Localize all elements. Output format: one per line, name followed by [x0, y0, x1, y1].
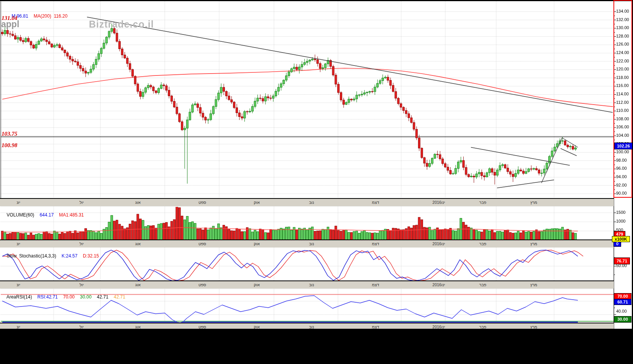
month-label: יונ [7, 282, 30, 287]
volume-tick-1000: 1000 [616, 219, 632, 223]
month-label: ינו2016 [427, 282, 450, 287]
price-tick-label: 118.00 [616, 75, 632, 80]
price-tick-label: 128.00 [616, 34, 632, 38]
month-label: אוק [245, 200, 268, 205]
price-tick-label: 106.00 [616, 125, 632, 129]
price-tick-label: 112.00 [616, 100, 632, 105]
rsi-overbought-badge: 70.00 [614, 293, 631, 299]
ma200-value-label: MA(200) 116.20 [34, 13, 68, 19]
rsi-value2: 42.71 [97, 294, 108, 300]
support-level-label: 100.98 [2, 142, 17, 149]
chart-window: M:96.81MA(200) 116.20 131.04 appl Biztra… [0, 0, 633, 364]
price-tick-label: 116.00 [616, 83, 632, 88]
price-tick-label: 130.00 [616, 25, 632, 30]
price-tick-label: 124.00 [616, 50, 632, 55]
month-label: יול [70, 282, 93, 287]
price-tick-label: 90.00 [616, 191, 632, 195]
stochastic-k-value: K:24.57 [62, 253, 77, 259]
price-tick-label: 94.00 [616, 174, 632, 179]
volume-scale-badge: x100K [612, 236, 630, 242]
price-tick-label: 108.00 [616, 116, 632, 121]
price-tick-label: 114.00 [616, 92, 632, 96]
month-label: יונ [7, 200, 30, 205]
price-tick-label: 100.00 [616, 149, 632, 154]
month-label: אוג [126, 241, 149, 246]
month-label: אוק [245, 241, 268, 246]
rsi-tick-40: 40.00 [616, 309, 632, 313]
month-label: נוב [300, 241, 323, 246]
time-axis-stochastic[interactable]: יוניולאוגספטאוקנובדצמינו2016פברמרץ [0, 281, 614, 289]
price-tick-label: 122.00 [616, 59, 632, 63]
month-label: נוב [300, 282, 323, 287]
month-label: פבר [471, 241, 494, 246]
last-price-badge: 102.26 [614, 143, 633, 149]
rsi-oversold-badge: 30.00 [614, 316, 631, 323]
month-label: אוק [245, 282, 268, 287]
month-label: ספט [191, 200, 214, 205]
price-tick-label: 134.00 [616, 9, 632, 13]
rsi-overbought-label: 70.00 [63, 294, 75, 300]
month-label: דצמ [364, 241, 387, 246]
volume-tick-1500: 1500 [616, 210, 632, 215]
month-label: אוג [126, 282, 149, 287]
price-tick-label: 120.00 [616, 67, 632, 71]
stochastic-title: Slow Stochastic(14,3,3) [7, 253, 56, 259]
stochastic-d-value: D:32.15 [83, 253, 99, 259]
month-label: מרץ [522, 241, 545, 246]
volume-header: VOLUME(60)644.17MA1:485.31 [2, 207, 89, 223]
month-label: דצמ [364, 282, 387, 287]
month-label: נוב [300, 200, 323, 205]
volume-value: 644.17 [39, 212, 54, 218]
rsi-oversold-label: 30.00 [80, 294, 92, 300]
month-label: ספט [191, 282, 214, 287]
month-label: ינו2016 [427, 200, 450, 205]
price-tick-label: 96.00 [616, 166, 632, 171]
rsi-value-badge: 60.71 [614, 299, 631, 305]
stochastic-badge: 76.71 [614, 257, 630, 264]
month-label: פבר [471, 200, 494, 205]
volume-ma-value: MA1:485.31 [59, 212, 84, 218]
price-tick-label: 104.00 [616, 133, 632, 138]
volume-title: VOLUME(60) [7, 212, 34, 218]
price-tick-label: 98.00 [616, 158, 632, 162]
footer-bar [0, 329, 633, 364]
month-label: יול [70, 241, 93, 246]
watermark: Biztrade.co.il [89, 19, 154, 30]
month-label: מרץ [522, 200, 545, 205]
month-label: ינו2016 [427, 241, 450, 246]
resistance-level-label: 103.75 [2, 131, 17, 137]
month-label: אוג [126, 200, 149, 205]
month-label: ספט [191, 241, 214, 246]
time-axis-volume[interactable]: יוניולאוגספטאוקנובדצמינו2016פברמרץ [0, 240, 614, 248]
rsi-title: AreaRSI(14) [7, 294, 32, 300]
month-label: פבר [471, 282, 494, 287]
price-tick-label: 126.00 [616, 42, 632, 46]
price-tick-label: 110.00 [616, 108, 632, 113]
high-level-label: 131.04 [2, 15, 17, 21]
month-label: יונ [7, 241, 30, 246]
time-axis-main[interactable]: יוניולאוגספטאוקנובדצמינו2016פברמרץ [0, 198, 614, 206]
chart-canvas[interactable] [0, 0, 633, 364]
price-tick-label: 132.00 [616, 17, 632, 22]
rsi-header: AreaRSI(14)RSI:42.7170.0030.0042.7142.71 [2, 289, 131, 305]
stochastic-header: Slow Stochastic(14,3,3)K:24.57D:32.15 [2, 248, 104, 264]
month-label: יול [70, 200, 93, 205]
month-label: מרץ [522, 282, 545, 287]
price-tick-label: 92.00 [616, 183, 632, 187]
rsi-value3: 42.71 [114, 294, 125, 300]
month-label: דצמ [364, 200, 387, 205]
rsi-value: RSI:42.71 [37, 294, 57, 300]
